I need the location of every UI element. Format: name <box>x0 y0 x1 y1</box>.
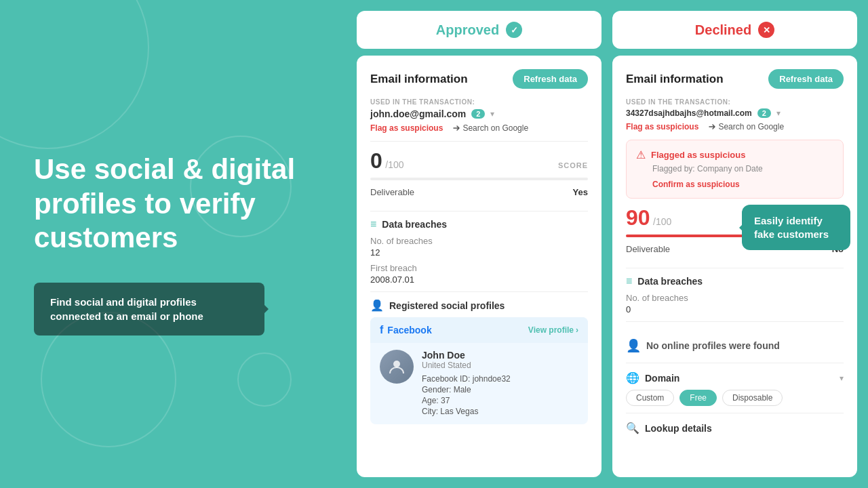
declined-domain-chevron[interactable]: ▾ <box>840 373 844 383</box>
approved-status-bar: Approved ✓ <box>357 11 601 49</box>
declined-deliverable-label: Deliverable <box>626 244 670 254</box>
declined-no-breaches-val: 0 <box>626 304 844 314</box>
declined-card-title: Email information <box>626 73 724 86</box>
declined-main-card: Easily identify fake customers Email inf… <box>612 56 857 477</box>
callout-tooltip: Easily identify fake customers <box>742 205 850 250</box>
declined-no-profiles: 👤 No online profiles were found <box>626 329 844 363</box>
declined-email-badge: 2 <box>757 108 771 118</box>
main-heading: Use social & digital profiles to verify … <box>34 152 319 255</box>
approved-fb-view-profile[interactable]: View profile › <box>528 325 578 335</box>
svg-point-0 <box>393 361 400 367</box>
approved-fb-view-arrow: › <box>576 325 578 335</box>
approved-fb-city: City: Las Vegas <box>422 407 578 416</box>
declined-used-label: USED IN THE TRANSACTION: <box>626 98 844 106</box>
approved-deliverable-row: Deliverable Yes <box>370 187 588 204</box>
approved-score-label: SCORE <box>558 161 588 169</box>
approved-email-row: john.doe@gmail.com 2 ▾ <box>370 108 588 119</box>
declined-status-bar: Declined ✕ <box>612 11 857 49</box>
approved-breaches-icon: ≡ <box>370 218 376 230</box>
approved-card-title: Email information <box>370 73 468 86</box>
approved-card-header: Email information Refresh data <box>370 69 588 89</box>
approved-fb-city-label: City: <box>422 407 438 416</box>
approved-google-link[interactable]: Search on Google <box>452 123 528 133</box>
approved-fb-age-label: Age: <box>422 396 439 405</box>
declined-lookup-icon: 🔍 <box>626 422 639 434</box>
approved-deliverable-val: Yes <box>573 187 588 197</box>
approved-fb-gender-val: Male <box>454 385 471 394</box>
approved-fb-id-label: Facebook ID: <box>422 374 470 384</box>
approved-social-title: Registered social profiles <box>389 300 505 311</box>
declined-domain-tags: Custom Free Disposable <box>626 390 844 413</box>
approved-used-label: USED IN THE TRANSACTION: <box>370 98 588 106</box>
declined-email-chevron[interactable]: ▾ <box>776 108 781 118</box>
declined-email-row: 34327dsajhdbajhs@hotmail.com 2 ▾ <box>626 108 844 118</box>
declined-domain-tag-disposable[interactable]: Disposable <box>722 390 783 406</box>
approved-email-chevron[interactable]: ▾ <box>490 109 494 119</box>
approved-flag-link[interactable]: Flag as suspicious <box>370 123 443 133</box>
declined-no-profiles-icon: 👤 <box>626 338 641 353</box>
declined-domain-tag-custom[interactable]: Custom <box>626 390 674 406</box>
approved-no-breaches-label: No. of breaches <box>370 236 588 246</box>
approved-fb-id: Facebook ID: johndoe32 <box>422 374 578 384</box>
approved-fb-age: Age: 37 <box>422 396 578 405</box>
declined-score-number: 90 <box>626 205 650 230</box>
approved-action-row: Flag as suspicious Search on Google <box>370 123 588 133</box>
approved-refresh-button[interactable]: Refresh data <box>513 69 588 89</box>
declined-card-header: Email information Refresh data <box>626 69 844 89</box>
approved-fb-age-val: 37 <box>441 396 450 405</box>
declined-score-display: 90 /100 <box>626 205 671 230</box>
approved-first-breach-label: First breach <box>370 263 588 273</box>
callout-text: Easily identify fake customers <box>754 215 829 240</box>
declined-x-icon: ✕ <box>758 22 774 38</box>
declined-score-denom: /100 <box>653 216 671 227</box>
approved-email-badge: 2 <box>471 109 485 119</box>
declined-domain-left: 🌐 Domain <box>626 371 679 384</box>
approved-check-icon: ✓ <box>506 22 522 38</box>
approved-fb-logo: f <box>380 324 383 336</box>
declined-lookup-row[interactable]: 🔍 Lookup details <box>626 413 844 443</box>
approved-deliverable-label: Deliverable <box>370 187 414 197</box>
approved-score-section: 0 /100 SCORE <box>370 148 588 180</box>
bottom-tooltip: Find social and digital profiles connect… <box>34 283 264 336</box>
approved-score-display: 0 /100 <box>370 148 404 174</box>
declined-email-text: 34327dsajhdbajhs@hotmail.com <box>626 108 752 118</box>
declined-domain-row[interactable]: 🌐 Domain ▾ <box>626 363 844 390</box>
declined-confirm-link[interactable]: Confirm as suspicious <box>652 180 740 189</box>
approved-fb-city-val: Las Vegas <box>440 407 478 416</box>
tooltip-text: Find social and digital profiles connect… <box>50 296 203 322</box>
declined-google-link[interactable]: Search on Google <box>708 122 784 131</box>
approved-card-wrapper: Approved ✓ Email information Refresh dat… <box>357 11 601 477</box>
declined-refresh-button[interactable]: Refresh data <box>768 69 844 89</box>
declined-alert-box: ⚠ Flagged as suspicious Flagged by: Comp… <box>626 140 844 199</box>
approved-score-bar-bg <box>370 178 588 180</box>
declined-alert-icon: ⚠ <box>636 148 646 161</box>
declined-flag-link[interactable]: Flag as suspicious <box>626 122 698 131</box>
declined-breaches-title: Data breaches <box>637 276 703 287</box>
approved-fb-name: John Doe <box>422 350 578 361</box>
approved-fb-avatar <box>380 350 414 384</box>
approved-label: Approved <box>436 22 499 38</box>
declined-card-wrapper: Declined ✕ Easily identify fake customer… <box>612 11 857 477</box>
approved-score-row: 0 /100 SCORE <box>370 148 588 174</box>
approved-breaches-title: Data breaches <box>382 219 447 230</box>
approved-fb-info: John Doe United Stated Facebook ID: john… <box>422 350 578 418</box>
declined-action-row: Flag as suspicious Search on Google <box>626 122 844 131</box>
approved-score-number: 0 <box>370 148 382 173</box>
approved-social-header: 👤 Registered social profiles <box>370 299 588 312</box>
approved-no-breaches-val: 12 <box>370 247 588 258</box>
left-panel: Use social & digital profiles to verify … <box>0 0 353 488</box>
declined-alert-title: Flagged as suspicious <box>651 150 745 160</box>
approved-fb-gender: Gender: Male <box>422 385 578 394</box>
declined-domain-tag-free[interactable]: Free <box>679 390 717 406</box>
declined-breaches-header: ≡ Data breaches <box>626 275 844 287</box>
approved-fb-gender-label: Gender: <box>422 385 451 394</box>
approved-social-icon: 👤 <box>370 299 384 312</box>
approved-fb-id-val: johndoe32 <box>473 374 511 384</box>
approved-breaches-header: ≡ Data breaches <box>370 218 588 230</box>
declined-alert-sub: Flagged by: Company on Date <box>652 164 833 174</box>
declined-google-text: Search on Google <box>718 122 784 131</box>
approved-score-denom: /100 <box>385 159 403 170</box>
approved-main-card: Email information Refresh data USED IN T… <box>357 56 601 477</box>
approved-fb-label: Facebook <box>387 325 431 336</box>
declined-lookup-title: Lookup details <box>645 423 712 434</box>
